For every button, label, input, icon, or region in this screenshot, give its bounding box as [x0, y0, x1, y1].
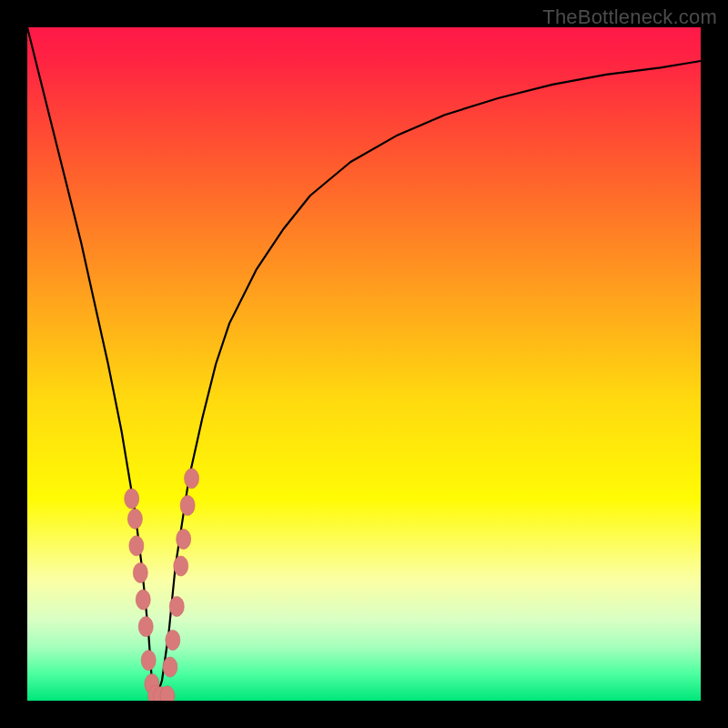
gradient-background [27, 27, 701, 701]
marker-point [169, 596, 184, 616]
marker-point [185, 469, 199, 489]
marker-point [177, 529, 191, 549]
marker-point [127, 509, 142, 529]
marker-point [133, 562, 147, 582]
marker-point [125, 489, 139, 509]
plot-area [27, 27, 701, 701]
marker-point [163, 657, 177, 677]
marker-point [141, 651, 156, 671]
marker-point [166, 630, 180, 650]
chart-svg [27, 27, 701, 701]
marker-point [138, 617, 153, 637]
marker-point [129, 536, 144, 556]
marker-point [136, 590, 150, 610]
marker-point [174, 556, 188, 576]
chart-frame: TheBottleneck.com [0, 0, 728, 728]
marker-point [180, 495, 195, 515]
watermark: TheBottleneck.com [542, 5, 717, 29]
